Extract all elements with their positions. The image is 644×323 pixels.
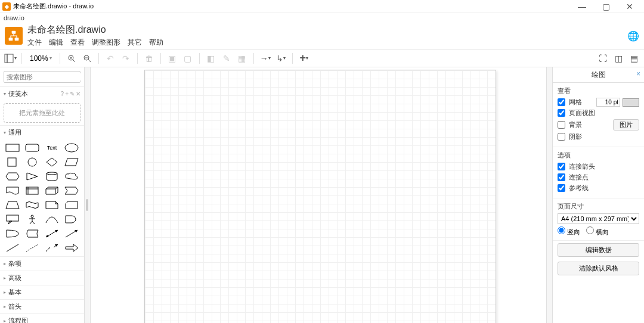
to-back-icon[interactable]: ▢ [181, 52, 194, 65]
background-image-button[interactable]: 图片 [613, 119, 639, 131]
shape-trapezoid[interactable] [2, 198, 22, 212]
guides-checkbox[interactable] [558, 184, 565, 192]
zoom-out-icon[interactable] [80, 52, 94, 65]
shape-rect[interactable] [2, 141, 22, 155]
maximize-button[interactable]: ▢ [594, 1, 618, 13]
shape-triangle[interactable] [22, 169, 42, 184]
shape-ellipse[interactable] [62, 141, 82, 155]
scratchpad-help-icon[interactable]: ? [61, 91, 64, 97]
shape-note[interactable] [42, 198, 62, 212]
palette-arrows[interactable]: ▸箭头 [0, 300, 84, 313]
arrows-checkbox[interactable] [558, 163, 565, 170]
delete-icon[interactable]: 🗑 [143, 52, 156, 65]
minimize-button[interactable]: — [570, 1, 594, 13]
connection-icon[interactable]: →▾ [259, 52, 272, 65]
search-shapes[interactable]: 🔍 [4, 71, 80, 83]
language-icon[interactable]: 🌐 [627, 30, 639, 42]
shape-arrow-thick[interactable] [62, 241, 82, 255]
shape-tape[interactable] [22, 198, 42, 212]
grid-color-swatch[interactable] [623, 98, 639, 107]
menu-help[interactable]: 帮助 [149, 38, 163, 48]
shape-hexagon[interactable] [2, 169, 22, 184]
shape-internal[interactable] [22, 184, 42, 198]
edit-data-button[interactable]: 编辑数据 [558, 243, 639, 257]
shape-link[interactable] [42, 241, 62, 255]
canvas-page[interactable] [144, 70, 496, 323]
svg-point-21 [47, 172, 57, 175]
papersize-select[interactable]: A4 (210 mm x 297 mm) [558, 213, 639, 224]
canvas-area[interactable] [91, 67, 546, 323]
to-front-icon[interactable]: ▣ [166, 52, 179, 65]
shape-arrow[interactable] [62, 226, 82, 241]
shape-callout[interactable] [2, 212, 22, 226]
fill-color-icon[interactable]: ◧ [205, 52, 218, 65]
shape-actor[interactable] [22, 212, 42, 226]
palette-basic[interactable]: ▸基本 [0, 285, 84, 299]
shadow-checkbox[interactable] [558, 133, 565, 141]
palette-misc[interactable]: ▸杂项 [0, 257, 84, 271]
shape-arrow-bidi[interactable] [42, 226, 62, 241]
redo-icon[interactable]: ↷ [119, 52, 132, 65]
undo-icon[interactable]: ↶ [104, 52, 117, 65]
background-checkbox[interactable] [558, 121, 565, 129]
shape-curve[interactable] [42, 212, 62, 226]
menu-file[interactable]: 文件 [27, 38, 42, 48]
view-dropdown[interactable]: ▾ [4, 52, 17, 65]
scratchpad-edit-icon[interactable]: ✎ [70, 91, 75, 97]
fullscreen-icon[interactable]: ⛶ [596, 52, 609, 65]
menu-edit[interactable]: 编辑 [49, 38, 63, 48]
outline-panel-icon[interactable]: ▤ [627, 52, 640, 65]
svg-marker-19 [6, 173, 19, 180]
scratchpad-dropzone[interactable]: 把元素拖至此处 [4, 103, 80, 123]
points-checkbox[interactable] [558, 173, 565, 181]
shape-diamond[interactable] [42, 155, 62, 169]
search-input[interactable] [7, 73, 85, 80]
shape-datastore[interactable] [22, 226, 42, 241]
palette-scratchpad[interactable]: ▾便笺本 ?+✎✕ [0, 87, 84, 101]
shape-circle[interactable] [22, 155, 42, 169]
document-title[interactable]: 未命名绘图.drawio [27, 24, 163, 36]
shape-rounded[interactable] [22, 141, 42, 155]
menu-other[interactable]: 其它 [128, 38, 142, 48]
svg-marker-18 [65, 159, 78, 166]
insert-icon[interactable]: +▾ [298, 52, 311, 65]
svg-marker-17 [47, 158, 57, 166]
zoom-in-icon[interactable] [65, 52, 78, 65]
pageview-checkbox[interactable] [558, 109, 565, 117]
shape-line[interactable] [2, 241, 22, 255]
svg-point-29 [31, 215, 33, 218]
clear-style-button[interactable]: 清除默认风格 [558, 262, 639, 275]
zoom-select[interactable]: 100%▾ [27, 54, 55, 63]
shape-and[interactable] [2, 226, 22, 241]
shape-card[interactable] [62, 198, 82, 212]
palette-advanced[interactable]: ▸高级 [0, 271, 84, 285]
scratchpad-add-icon[interactable]: + [65, 91, 69, 97]
scratchpad-close-icon[interactable]: ✕ [76, 91, 80, 97]
shape-text[interactable]: Text [42, 141, 62, 155]
portrait-radio[interactable]: 竖向 [558, 226, 580, 237]
shape-step[interactable] [62, 184, 82, 198]
shape-dashed[interactable] [22, 241, 42, 255]
grid-size-input[interactable] [596, 98, 620, 107]
shape-cloud[interactable] [62, 169, 82, 184]
shape-parallelogram[interactable] [62, 155, 82, 169]
shadow-icon[interactable]: ▦ [236, 52, 249, 65]
format-panel-close-icon[interactable]: × [636, 70, 640, 78]
palette-general[interactable]: ▾通用 [0, 126, 84, 139]
format-panel-icon[interactable]: ◫ [612, 52, 625, 65]
close-button[interactable]: ✕ [618, 1, 642, 13]
grid-checkbox[interactable] [558, 98, 565, 106]
line-color-icon[interactable]: ✎ [220, 52, 233, 65]
shape-or[interactable] [62, 212, 82, 226]
menu-extras[interactable]: 调整图形 [92, 38, 120, 48]
shape-cylinder[interactable] [42, 169, 62, 184]
landscape-radio[interactable]: 横向 [586, 226, 609, 237]
palette-flowchart[interactable]: ▸流程图 [0, 314, 84, 323]
waypoint-icon[interactable]: ↳▾ [274, 52, 287, 65]
splitter-right[interactable] [546, 67, 552, 323]
shape-document[interactable] [2, 184, 22, 198]
shape-square[interactable] [2, 155, 22, 169]
menu-view[interactable]: 查看 [70, 38, 85, 48]
shape-cube[interactable] [42, 184, 62, 198]
splitter-left[interactable] [85, 67, 91, 323]
